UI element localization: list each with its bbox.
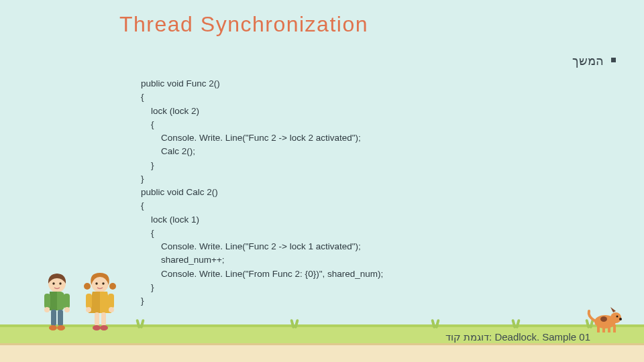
svg-point-20 bbox=[86, 307, 91, 312]
svg-rect-31 bbox=[602, 326, 605, 333]
svg-point-15 bbox=[109, 283, 116, 290]
code-line: { bbox=[141, 119, 154, 129]
svg-rect-5 bbox=[44, 294, 50, 308]
code-line: public void Calc 2() bbox=[141, 187, 218, 197]
code-line: Calc 2(); bbox=[141, 146, 195, 156]
code-line: lock (lock 1) bbox=[141, 215, 199, 225]
svg-rect-19 bbox=[108, 294, 114, 308]
svg-rect-23 bbox=[101, 312, 106, 326]
svg-rect-33 bbox=[613, 324, 616, 333]
svg-point-17 bbox=[102, 282, 104, 284]
girl-illustration bbox=[79, 272, 121, 335]
boy-illustration bbox=[37, 272, 77, 335]
grass-icon bbox=[134, 316, 146, 328]
code-line: } bbox=[141, 160, 154, 170]
code-line: } bbox=[141, 296, 144, 306]
svg-point-28 bbox=[616, 316, 619, 318]
svg-rect-4 bbox=[50, 292, 57, 310]
svg-rect-10 bbox=[58, 310, 63, 326]
svg-point-29 bbox=[619, 318, 622, 320]
footer-hebrew: דוגמת קוד: bbox=[445, 331, 492, 343]
code-line: shared_num++; bbox=[141, 255, 225, 265]
svg-point-16 bbox=[95, 282, 97, 284]
footer-english: Deadlock. Sample 01 bbox=[494, 331, 590, 343]
grass-icon bbox=[288, 316, 301, 328]
svg-point-12 bbox=[57, 325, 65, 330]
code-line: } bbox=[141, 174, 144, 184]
svg-point-7 bbox=[44, 307, 50, 312]
svg-rect-32 bbox=[608, 326, 610, 333]
svg-point-25 bbox=[100, 325, 108, 330]
bullet-icon bbox=[611, 58, 616, 62]
code-line: Console. Write. Line("Func 2 -> lock 2 a… bbox=[141, 133, 361, 143]
code-line: { bbox=[141, 200, 144, 210]
svg-rect-30 bbox=[597, 326, 600, 333]
svg-point-27 bbox=[610, 312, 621, 323]
slide-title: Thread Synchronization bbox=[119, 12, 368, 37]
code-line: { bbox=[141, 228, 154, 238]
svg-point-11 bbox=[49, 325, 57, 330]
svg-point-34 bbox=[600, 316, 607, 322]
grass-icon bbox=[510, 316, 522, 328]
svg-point-8 bbox=[64, 307, 70, 312]
slide: Thread Synchronization המשך public void … bbox=[0, 0, 644, 362]
svg-point-14 bbox=[84, 283, 91, 290]
code-line: { bbox=[141, 92, 144, 102]
code-line: } bbox=[141, 282, 154, 292]
code-line: Console. Write. Line("From Func 2: {0})"… bbox=[141, 269, 383, 279]
grass-icon bbox=[429, 316, 441, 328]
svg-rect-18 bbox=[86, 294, 92, 308]
subtitle: המשך bbox=[572, 54, 604, 68]
svg-point-2 bbox=[59, 282, 61, 284]
svg-rect-22 bbox=[95, 312, 99, 326]
svg-rect-9 bbox=[51, 310, 56, 326]
svg-rect-6 bbox=[64, 294, 70, 308]
svg-point-24 bbox=[93, 325, 101, 330]
code-block: public void Func 2() { lock (lock 2) { C… bbox=[141, 77, 383, 308]
footer-caption: דוגמת קוד: Deadlock. Sample 01 bbox=[445, 331, 590, 343]
code-line: lock (lock 2) bbox=[141, 106, 199, 116]
path-decoration bbox=[0, 343, 644, 362]
svg-point-21 bbox=[109, 307, 114, 312]
code-line: public void Func 2() bbox=[141, 78, 220, 88]
code-line: Console. Write. Line("Func 2 -> lock 1 a… bbox=[141, 241, 361, 251]
svg-point-1 bbox=[52, 282, 54, 284]
